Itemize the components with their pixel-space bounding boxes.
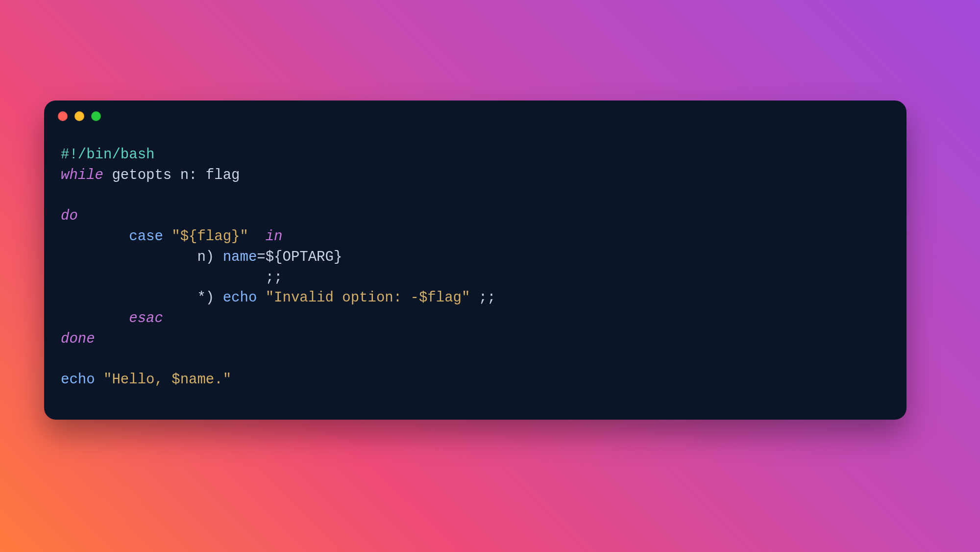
code-pattern-star: *) xyxy=(197,290,222,306)
code-echo: echo xyxy=(61,372,103,388)
code-indent xyxy=(61,249,197,265)
code-window: #!/bin/bash while getopts n: flag do cas… xyxy=(44,100,906,420)
code-keyword-in: in xyxy=(266,228,283,245)
code-dsemi: ;; xyxy=(470,290,495,306)
code-echo: echo xyxy=(223,290,266,306)
code-string: "Hello, $name." xyxy=(103,372,231,388)
code-eq: = xyxy=(257,249,265,265)
gradient-background: #!/bin/bash while getopts n: flag do cas… xyxy=(0,0,980,552)
code-block: #!/bin/bash while getopts n: flag do cas… xyxy=(44,126,906,390)
code-shebang: #!/bin/bash xyxy=(61,147,154,163)
code-text: getopts n: flag xyxy=(103,167,240,183)
code-string: "${flag}" xyxy=(172,228,248,245)
code-keyword-esac: esac xyxy=(129,310,163,326)
code-indent xyxy=(61,228,129,245)
minimize-icon[interactable] xyxy=(74,111,84,121)
code-var-ref: ${OPTARG} xyxy=(266,249,343,265)
code-indent xyxy=(61,290,197,306)
code-var-name: name xyxy=(223,249,257,265)
code-case: case xyxy=(129,228,172,245)
code-indent xyxy=(61,270,266,286)
code-keyword-while: while xyxy=(61,167,103,183)
window-titlebar xyxy=(44,100,906,126)
code-space xyxy=(248,228,266,245)
zoom-icon[interactable] xyxy=(91,111,101,121)
code-dsemi: ;; xyxy=(266,270,283,286)
code-string: "Invalid option: -$flag" xyxy=(266,290,470,306)
code-keyword-do: do xyxy=(61,208,78,224)
code-keyword-done: done xyxy=(61,331,95,347)
close-icon[interactable] xyxy=(58,111,68,121)
code-indent xyxy=(61,310,129,326)
code-pattern-n: n) xyxy=(197,249,222,265)
